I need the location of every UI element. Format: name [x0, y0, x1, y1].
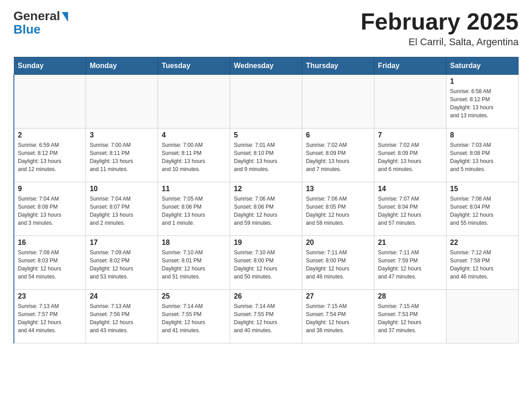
- calendar-cell: 23Sunrise: 7:13 AMSunset: 7:57 PMDayligh…: [14, 290, 86, 343]
- day-info: Sunrise: 7:10 AMSunset: 8:01 PMDaylight:…: [162, 248, 226, 281]
- day-number: 6: [306, 131, 370, 139]
- calendar-week-1: 1Sunrise: 6:58 AMSunset: 8:12 PMDaylight…: [14, 75, 519, 128]
- day-info: Sunrise: 7:07 AMSunset: 8:04 PMDaylight:…: [378, 195, 442, 227]
- day-number: 19: [234, 239, 298, 247]
- calendar-cell: 7Sunrise: 7:02 AMSunset: 8:09 PMDaylight…: [374, 128, 446, 182]
- day-number: 3: [90, 131, 154, 139]
- day-info: Sunrise: 7:05 AMSunset: 8:06 PMDaylight:…: [162, 195, 226, 227]
- day-number: 7: [378, 131, 442, 139]
- calendar-cell: 24Sunrise: 7:13 AMSunset: 7:56 PMDayligh…: [86, 290, 158, 343]
- day-info: Sunrise: 7:10 AMSunset: 8:00 PMDaylight:…: [234, 248, 298, 281]
- calendar-cell: 8Sunrise: 7:03 AMSunset: 8:08 PMDaylight…: [446, 128, 519, 182]
- calendar-cell: [86, 75, 158, 128]
- calendar-cell: 4Sunrise: 7:00 AMSunset: 8:11 PMDaylight…: [158, 128, 230, 182]
- day-info: Sunrise: 7:14 AMSunset: 7:55 PMDaylight:…: [162, 302, 226, 334]
- calendar-cell: 28Sunrise: 7:15 AMSunset: 7:53 PMDayligh…: [374, 290, 446, 343]
- day-number: 13: [306, 185, 370, 193]
- calendar-cell: [302, 75, 374, 128]
- day-info: Sunrise: 7:13 AMSunset: 7:57 PMDaylight:…: [18, 302, 82, 334]
- day-header-sunday: Sunday: [14, 57, 86, 75]
- logo-arrow-icon: [62, 12, 68, 22]
- calendar-subtitle: El Carril, Salta, Argentina: [360, 36, 519, 48]
- day-header-saturday: Saturday: [446, 57, 519, 75]
- logo-blue-text: Blue: [13, 22, 41, 37]
- calendar-week-3: 9Sunrise: 7:04 AMSunset: 8:08 PMDaylight…: [14, 182, 519, 236]
- calendar-cell: 13Sunrise: 7:06 AMSunset: 8:05 PMDayligh…: [302, 182, 374, 236]
- day-info: Sunrise: 7:09 AMSunset: 8:02 PMDaylight:…: [90, 248, 154, 281]
- day-number: 28: [378, 292, 442, 300]
- day-number: 26: [234, 292, 298, 300]
- day-number: 17: [90, 239, 154, 247]
- day-info: Sunrise: 6:59 AMSunset: 8:12 PMDaylight:…: [18, 141, 82, 173]
- calendar-table: SundayMondayTuesdayWednesdayThursdayFrid…: [13, 57, 519, 343]
- day-header-wednesday: Wednesday: [230, 57, 302, 75]
- calendar-cell: 21Sunrise: 7:11 AMSunset: 7:59 PMDayligh…: [374, 236, 446, 290]
- day-number: 24: [90, 292, 154, 300]
- calendar-body: 1Sunrise: 6:58 AMSunset: 8:12 PMDaylight…: [14, 75, 519, 343]
- day-info: Sunrise: 6:58 AMSunset: 8:12 PMDaylight:…: [450, 87, 515, 120]
- day-info: Sunrise: 7:13 AMSunset: 7:56 PMDaylight:…: [90, 302, 154, 334]
- calendar-cell: 22Sunrise: 7:12 AMSunset: 7:58 PMDayligh…: [446, 236, 519, 290]
- calendar-cell: 12Sunrise: 7:06 AMSunset: 8:06 PMDayligh…: [230, 182, 302, 236]
- day-number: 2: [18, 131, 82, 139]
- day-number: 16: [18, 239, 82, 247]
- calendar-cell: [446, 290, 519, 343]
- calendar-cell: 2Sunrise: 6:59 AMSunset: 8:12 PMDaylight…: [14, 128, 86, 182]
- calendar-cell: 19Sunrise: 7:10 AMSunset: 8:00 PMDayligh…: [230, 236, 302, 290]
- day-header-friday: Friday: [374, 57, 446, 75]
- day-number: 18: [162, 239, 226, 247]
- day-number: 9: [18, 185, 82, 193]
- day-info: Sunrise: 7:06 AMSunset: 8:06 PMDaylight:…: [234, 195, 298, 227]
- calendar-cell: 27Sunrise: 7:15 AMSunset: 7:54 PMDayligh…: [302, 290, 374, 343]
- calendar-cell: 6Sunrise: 7:02 AMSunset: 8:09 PMDaylight…: [302, 128, 374, 182]
- calendar-cell: 11Sunrise: 7:05 AMSunset: 8:06 PMDayligh…: [158, 182, 230, 236]
- day-info: Sunrise: 7:02 AMSunset: 8:09 PMDaylight:…: [378, 141, 442, 173]
- day-number: 20: [306, 239, 370, 247]
- logo-general-text: General: [13, 9, 60, 23]
- day-number: 22: [450, 239, 515, 247]
- day-number: 15: [450, 185, 515, 193]
- calendar-cell: 18Sunrise: 7:10 AMSunset: 8:01 PMDayligh…: [158, 236, 230, 290]
- day-number: 4: [162, 131, 226, 139]
- day-number: 25: [162, 292, 226, 300]
- calendar-cell: 25Sunrise: 7:14 AMSunset: 7:55 PMDayligh…: [158, 290, 230, 343]
- day-info: Sunrise: 7:02 AMSunset: 8:09 PMDaylight:…: [306, 141, 370, 173]
- calendar-week-4: 16Sunrise: 7:08 AMSunset: 8:03 PMDayligh…: [14, 236, 519, 290]
- title-block: February 2025 El Carril, Salta, Argentin…: [360, 9, 519, 48]
- day-info: Sunrise: 7:00 AMSunset: 8:11 PMDaylight:…: [90, 141, 154, 173]
- calendar-cell: 20Sunrise: 7:11 AMSunset: 8:00 PMDayligh…: [302, 236, 374, 290]
- day-number: 27: [306, 292, 370, 300]
- calendar-title: February 2025: [360, 9, 519, 34]
- day-header-tuesday: Tuesday: [158, 57, 230, 75]
- calendar-week-5: 23Sunrise: 7:13 AMSunset: 7:57 PMDayligh…: [14, 290, 519, 343]
- page-header: General Blue February 2025 El Carril, Sa…: [13, 9, 519, 48]
- day-info: Sunrise: 7:00 AMSunset: 8:11 PMDaylight:…: [162, 141, 226, 173]
- calendar-cell: 5Sunrise: 7:01 AMSunset: 8:10 PMDaylight…: [230, 128, 302, 182]
- calendar-cell: 16Sunrise: 7:08 AMSunset: 8:03 PMDayligh…: [14, 236, 86, 290]
- day-header-monday: Monday: [86, 57, 158, 75]
- calendar-cell: 1Sunrise: 6:58 AMSunset: 8:12 PMDaylight…: [446, 75, 519, 128]
- calendar-header: SundayMondayTuesdayWednesdayThursdayFrid…: [14, 57, 519, 75]
- calendar-cell: 14Sunrise: 7:07 AMSunset: 8:04 PMDayligh…: [374, 182, 446, 236]
- calendar-cell: 26Sunrise: 7:14 AMSunset: 7:55 PMDayligh…: [230, 290, 302, 343]
- day-number: 12: [234, 185, 298, 193]
- day-info: Sunrise: 7:15 AMSunset: 7:53 PMDaylight:…: [378, 302, 442, 334]
- day-info: Sunrise: 7:14 AMSunset: 7:55 PMDaylight:…: [234, 302, 298, 334]
- calendar-cell: [230, 75, 302, 128]
- day-info: Sunrise: 7:06 AMSunset: 8:05 PMDaylight:…: [306, 195, 370, 227]
- day-info: Sunrise: 7:08 AMSunset: 8:03 PMDaylight:…: [18, 248, 82, 281]
- day-info: Sunrise: 7:11 AMSunset: 7:59 PMDaylight:…: [378, 248, 442, 281]
- day-number: 21: [378, 239, 442, 247]
- calendar-cell: 17Sunrise: 7:09 AMSunset: 8:02 PMDayligh…: [86, 236, 158, 290]
- calendar-cell: [158, 75, 230, 128]
- calendar-cell: [374, 75, 446, 128]
- day-info: Sunrise: 7:12 AMSunset: 7:58 PMDaylight:…: [450, 248, 515, 281]
- day-header-thursday: Thursday: [302, 57, 374, 75]
- calendar-cell: [14, 75, 86, 128]
- day-number: 8: [450, 131, 515, 139]
- header-row: SundayMondayTuesdayWednesdayThursdayFrid…: [14, 57, 519, 75]
- calendar-cell: 3Sunrise: 7:00 AMSunset: 8:11 PMDaylight…: [86, 128, 158, 182]
- calendar-cell: 10Sunrise: 7:04 AMSunset: 8:07 PMDayligh…: [86, 182, 158, 236]
- day-number: 1: [450, 77, 515, 86]
- day-info: Sunrise: 7:08 AMSunset: 8:04 PMDaylight:…: [450, 195, 515, 227]
